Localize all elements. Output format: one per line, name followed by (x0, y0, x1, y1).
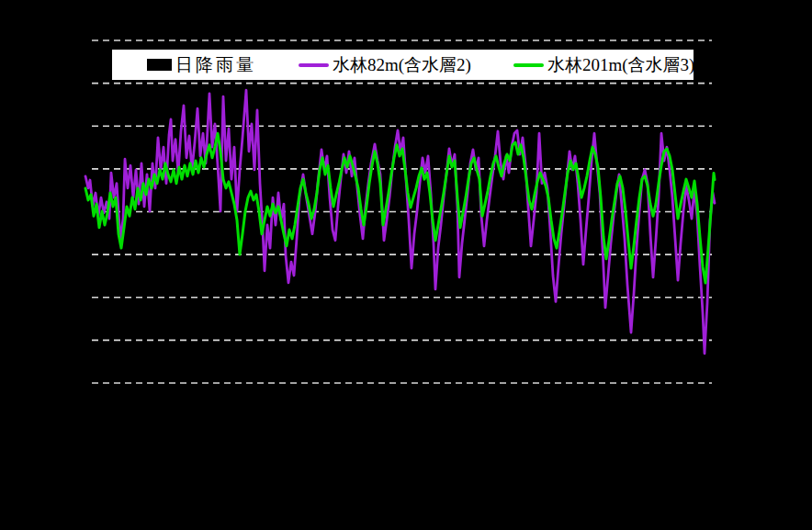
legend-item-rainfall: 日降雨量 (147, 53, 256, 77)
purple-line-marker-icon (299, 63, 329, 67)
legend-label-well-201m: 水林201m(含水層3) (547, 53, 694, 77)
chart-page: { "page": {"background": "#000000", "wid… (0, 0, 812, 530)
rainfall-swatch-icon (147, 59, 172, 71)
green-line-marker-icon (513, 63, 544, 67)
series-line-0 (85, 90, 715, 354)
legend-item-well-82m: 水林82m(含水層2) (299, 53, 471, 77)
chart-legend: 日降雨量 水林82m(含水層2) 水林201m(含水層3) (110, 48, 695, 82)
legend-label-rainfall: 日降雨量 (175, 53, 256, 77)
legend-label-well-82m: 水林82m(含水層2) (333, 53, 471, 77)
legend-item-well-201m: 水林201m(含水層3) (513, 53, 694, 77)
